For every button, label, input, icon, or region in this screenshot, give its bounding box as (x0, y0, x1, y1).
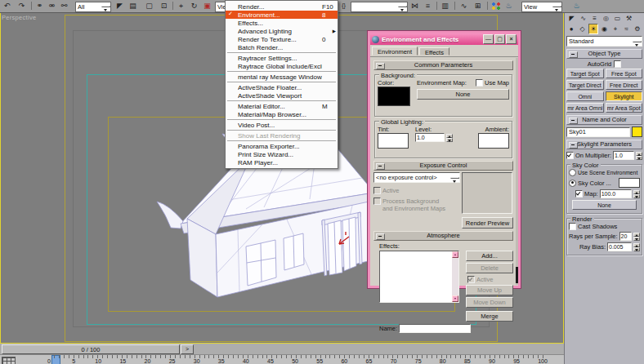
menu-item-effects[interactable]: Effects... (226, 19, 338, 27)
dropdown-arrow-icon[interactable] (552, 6, 561, 7)
rollout-common-parameters[interactable]: Common Parameters (373, 60, 513, 70)
dialog-scrollbar[interactable] (516, 58, 518, 285)
object-name-field[interactable]: Sky01 (566, 127, 630, 137)
collapse-icon[interactable] (376, 163, 385, 170)
skylight-on-checkbox[interactable] (566, 152, 574, 159)
object-type-target-direct-button[interactable]: Target Direct (566, 80, 604, 90)
select-link-icon[interactable]: ⚭ (34, 1, 45, 11)
render-preview-button[interactable]: Render Preview (462, 217, 513, 229)
background-color-swatch[interactable] (378, 87, 410, 106)
tab-effects[interactable]: Effects (419, 47, 449, 55)
render-type-dropdown[interactable]: View (521, 2, 562, 12)
menu-item-render[interactable]: Render...F10 (226, 2, 338, 11)
dropdown-arrow-icon[interactable] (398, 6, 407, 7)
menu-item-material-editor[interactable]: Material Editor...M (226, 102, 338, 110)
object-type-mr-area-spot-button[interactable]: mr Area Spot (606, 103, 643, 113)
category-lights-icon[interactable]: ☀ (588, 24, 598, 34)
sky-map-checkbox[interactable] (575, 190, 583, 198)
undo-icon[interactable]: ↶ (2, 1, 12, 11)
category-space-warps-icon[interactable]: ≈ (621, 24, 631, 34)
multiplier-field[interactable]: 1.0 (613, 151, 634, 160)
named-selection-dropdown[interactable] (351, 2, 408, 12)
bind-spacewarp-icon[interactable]: ⚯ (59, 1, 69, 11)
scrollbar-thumb[interactable] (516, 267, 518, 283)
time-slider[interactable]: 0 / 100 (2, 344, 180, 354)
collapse-icon[interactable] (569, 118, 578, 124)
sky-color-radio[interactable] (569, 180, 576, 187)
environment-effects-dialog[interactable]: Environment and Effects — ▢ × Environmen… (368, 31, 521, 288)
object-type-target-spot-button[interactable]: Target Spot (566, 69, 604, 78)
level-spinner[interactable] (446, 134, 453, 142)
align-icon[interactable]: ≡ (423, 1, 433, 11)
use-map-checkbox[interactable] (476, 79, 483, 87)
menu-item-render-to-texture[interactable]: Render To Texture...0 (226, 35, 338, 43)
effects-scrollbar[interactable] (452, 251, 458, 302)
select-scale-icon[interactable]: ▣ (202, 1, 212, 11)
object-type-free-spot-button[interactable]: Free Spot (606, 69, 643, 78)
menu-item-print-size-wizard[interactable]: Print Size Wizard... (226, 150, 338, 158)
tab-modify-icon[interactable]: ∿ (578, 14, 588, 23)
rollout-skylight-parameters[interactable]: Skylight Parameters (566, 140, 642, 149)
selection-region-icon[interactable]: ▢ (144, 1, 154, 11)
schematic-view-icon[interactable]: ⊞ (472, 1, 483, 11)
object-type-skylight-button[interactable]: Skylight (606, 91, 643, 101)
multiplier-spinner[interactable] (636, 152, 642, 160)
effect-name-field[interactable] (399, 324, 471, 333)
category-cameras-icon[interactable]: ◉ (599, 24, 609, 34)
rays-spinner[interactable] (633, 233, 640, 241)
autogrid-checkbox[interactable] (614, 60, 621, 68)
collapse-icon[interactable] (569, 142, 578, 149)
scroll-down-icon[interactable] (452, 295, 458, 302)
category-systems-icon[interactable]: ⚙ (633, 24, 642, 34)
object-color-swatch[interactable] (632, 127, 642, 137)
viewport-label[interactable]: Perspective (2, 14, 37, 21)
dropdown-arrow-icon[interactable] (450, 177, 459, 179)
tab-motion-icon[interactable]: ◎ (601, 14, 611, 23)
minimize-icon[interactable]: — (483, 34, 494, 44)
menu-item-material-map-browser[interactable]: Material/Map Browser... (226, 110, 338, 118)
light-category-dropdown[interactable]: Standard (566, 36, 642, 47)
use-scene-environment-radio[interactable] (569, 169, 576, 176)
rollout-atmosphere[interactable]: Atmosphere (373, 231, 513, 241)
menu-item-batch-render[interactable]: Batch Render... (226, 43, 338, 51)
collapse-icon[interactable] (376, 63, 385, 69)
menu-item-activeshade-viewport[interactable]: ActiveShade Viewport (226, 91, 338, 100)
select-rotate-icon[interactable]: ↻ (189, 1, 199, 11)
ray-bias-spinner[interactable] (633, 243, 640, 251)
menu-item-video-post[interactable]: Video Post... (226, 121, 338, 129)
object-type-omni-button[interactable]: Omni (566, 91, 604, 101)
rays-per-sample-field[interactable]: 20 (619, 232, 632, 241)
add-effect-button[interactable]: Add... (466, 251, 513, 261)
named-selection-icon[interactable]: {} (338, 1, 349, 11)
effects-listbox[interactable] (379, 251, 459, 303)
category-geometry-icon[interactable]: ● (566, 24, 576, 34)
unlink-icon[interactable]: ⚮ (47, 1, 57, 11)
menu-item-advanced-lighting[interactable]: Advanced Lighting▶ (226, 27, 338, 35)
cast-shadows-checkbox[interactable] (569, 223, 576, 230)
layers-icon[interactable]: ▥ (440, 1, 450, 11)
material-editor-icon[interactable] (491, 2, 501, 11)
track-bar[interactable]: 0510152025303540455055606570758085909510… (0, 354, 564, 364)
exposure-control-dropdown[interactable]: <no exposure control> (373, 172, 460, 183)
tab-display-icon[interactable]: ▭ (612, 14, 623, 23)
tint-color-swatch[interactable] (378, 133, 409, 149)
select-move-icon[interactable]: ⌖ (176, 1, 186, 11)
environment-map-none-button[interactable]: None (417, 89, 509, 100)
sky-map-spinner[interactable] (633, 190, 640, 198)
sky-map-none-button[interactable]: None (572, 200, 637, 210)
dropdown-arrow-icon[interactable] (101, 6, 110, 7)
menu-item-mental-ray-message-window[interactable]: mental ray Message Window... (226, 73, 338, 81)
category-helpers-icon[interactable]: ⌖ (610, 24, 620, 34)
rollout-name-and-color[interactable]: Name and Color (566, 115, 642, 125)
maximize-icon[interactable]: ▢ (494, 34, 505, 44)
close-icon[interactable]: × (506, 34, 517, 44)
window-crossing-icon[interactable]: ⊡ (159, 1, 169, 11)
category-shapes-icon[interactable]: ◇ (577, 24, 587, 34)
object-type-free-direct-button[interactable]: Free Direct (606, 80, 643, 90)
selection-filter-dropdown[interactable]: All (75, 2, 111, 12)
menu-item-panorama-exporter[interactable]: Panorama Exporter... (226, 142, 338, 150)
sky-map-amount-field[interactable]: 100.0 (600, 189, 632, 198)
rollout-exposure-control[interactable]: Exposure Control (373, 161, 513, 171)
next-frame-button[interactable]: > (181, 344, 194, 354)
collapse-icon[interactable] (376, 233, 385, 240)
